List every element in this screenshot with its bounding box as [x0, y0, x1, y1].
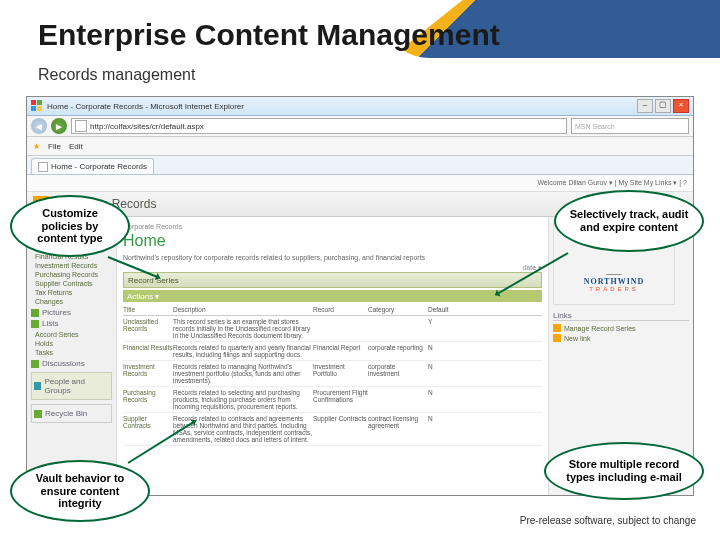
menu-file[interactable]: File: [48, 142, 61, 151]
window-buttons: – ▢ ×: [637, 99, 689, 113]
nav-group-pictures[interactable]: Pictures: [31, 308, 112, 317]
table-row[interactable]: Unclassified RecordsThis record series i…: [123, 316, 542, 342]
nav-group-people[interactable]: People and Groups: [31, 372, 112, 400]
max-button[interactable]: ▢: [655, 99, 671, 113]
nav-group-lists[interactable]: Lists: [31, 319, 112, 328]
forward-button[interactable]: ►: [51, 118, 67, 134]
table-row[interactable]: Supplier ContractsRecords related to con…: [123, 413, 542, 446]
nav-link[interactable]: Holds: [31, 339, 112, 348]
welcome-text[interactable]: Welcome Dilian Gurov ▾ | My Site My Link…: [537, 179, 687, 187]
page-icon: [75, 120, 87, 132]
browser-tab[interactable]: Home - Corporate Records: [31, 158, 154, 174]
nav-link[interactable]: Tasks: [31, 348, 112, 357]
address-text: http://colfax/sites/cr/default.aspx: [90, 122, 204, 131]
col-default[interactable]: Default: [428, 306, 463, 313]
back-button[interactable]: ◄: [31, 118, 47, 134]
main-content: Corporate Records Home Northwind's repos…: [117, 217, 548, 496]
menu-edit[interactable]: Edit: [69, 142, 83, 151]
nav-link[interactable]: Changes: [31, 297, 112, 306]
fav-star-icon[interactable]: ★: [33, 142, 40, 151]
nav-link[interactable]: Accord Series: [31, 330, 112, 339]
window-titlebar: Home - Corporate Records - Microsoft Int…: [27, 97, 693, 116]
nav-link[interactable]: Investment Records: [31, 261, 112, 270]
table-row[interactable]: Purchasing RecordsRecords related to sel…: [123, 387, 542, 413]
links-header: Links: [553, 311, 689, 321]
address-bar[interactable]: http://colfax/sites/cr/default.aspx: [71, 118, 567, 134]
browser-menu: ★ File Edit: [27, 137, 693, 156]
callout-customize-policies: Customize policies by content type: [10, 195, 130, 257]
table-row[interactable]: Financial ResultsRecords related to quar…: [123, 342, 542, 361]
page-title: Enterprise Content Management: [38, 18, 500, 52]
nav-link[interactable]: Purchasing Records: [31, 270, 112, 279]
callout-multiple-record-types: Store multiple record types including e-…: [544, 442, 704, 500]
window-title-text: Home - Corporate Records - Microsoft Int…: [47, 102, 244, 111]
table-header: Title Description Record Category Defaul…: [123, 304, 542, 316]
browser-tabs: Home - Corporate Records: [27, 156, 693, 175]
actions-menu[interactable]: Actions ▾: [123, 290, 542, 302]
col-record[interactable]: Record: [313, 306, 368, 313]
brand-sub: TRADERS: [589, 286, 639, 292]
search-placeholder: MSN Search: [575, 123, 615, 130]
pics-icon: [31, 309, 39, 317]
nav-group-discussions[interactable]: Discussions: [31, 359, 112, 368]
brand-name: NORTHWIND: [584, 277, 645, 286]
page-subtitle: Records management: [38, 66, 195, 84]
home-heading: Home: [123, 232, 542, 250]
col-title[interactable]: Title: [123, 306, 173, 313]
nav-link[interactable]: Tax Returns: [31, 288, 112, 297]
tab-label: Home - Corporate Records: [51, 162, 147, 171]
footnote: Pre-release software, subject to change: [520, 515, 696, 526]
browser-window: Home - Corporate Records - Microsoft Int…: [26, 96, 694, 496]
browser-nav: ◄ ► http://colfax/sites/cr/default.aspx …: [27, 116, 693, 137]
windows-icon: [31, 100, 43, 112]
close-button[interactable]: ×: [673, 99, 689, 113]
col-category[interactable]: Category: [368, 306, 428, 313]
recycle-bin[interactable]: Recycle Bin: [31, 404, 112, 423]
record-series-bar: Record Series: [123, 272, 542, 288]
recycle-icon: [34, 410, 42, 418]
link-item[interactable]: New link: [553, 333, 689, 343]
disc-icon: [31, 360, 39, 368]
link-item[interactable]: Manage Record Series: [553, 323, 689, 333]
people-icon: [34, 382, 41, 390]
page-icon: [38, 162, 48, 172]
table-row[interactable]: Investment RecordsRecords related to man…: [123, 361, 542, 387]
left-nav: Documents Audit Reports Emails Financial…: [27, 217, 117, 496]
col-desc[interactable]: Description: [173, 306, 313, 313]
link-icon: [553, 324, 561, 332]
breadcrumb[interactable]: Corporate Records: [123, 223, 542, 230]
min-button[interactable]: –: [637, 99, 653, 113]
callout-vault-behavior: Vault behavior to ensure content integri…: [10, 460, 150, 522]
nav-link[interactable]: Supplier Contracts: [31, 279, 112, 288]
description: Northwind's repository for corporate rec…: [123, 254, 542, 261]
slide: Enterprise Content Management Records ma…: [0, 0, 720, 540]
sharepoint-topbar: Welcome Dilian Gurov ▾ | My Site My Link…: [27, 175, 693, 192]
search-box[interactable]: MSN Search: [571, 118, 689, 134]
lists-icon: [31, 320, 39, 328]
callout-track-audit-expire: Selectively track, audit and expire cont…: [554, 190, 704, 252]
link-icon: [553, 334, 561, 342]
